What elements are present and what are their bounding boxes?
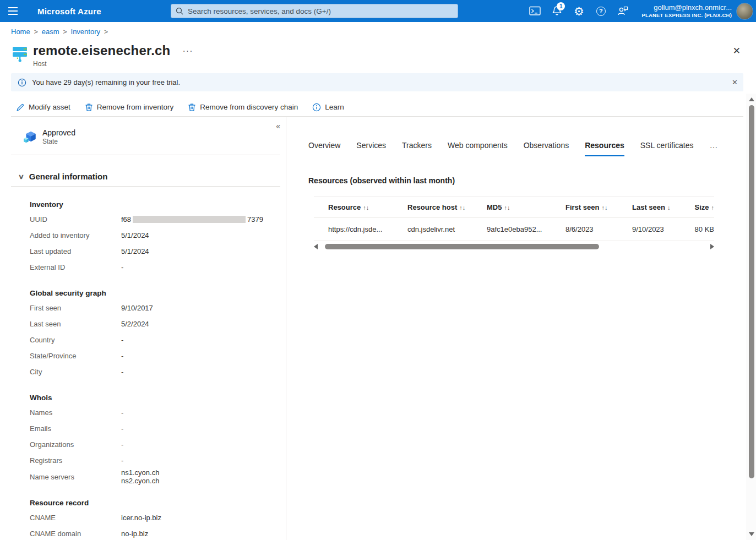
trash-icon <box>188 103 196 112</box>
scroll-down-icon[interactable] <box>749 532 754 536</box>
feedback-icon[interactable] <box>612 0 634 22</box>
asset-state: Approved State <box>23 128 286 145</box>
scroll-right-icon[interactable] <box>710 244 714 249</box>
host-asset-icon <box>11 44 30 63</box>
cname-row: CNAME icer.no-ip.biz <box>30 510 269 526</box>
trash-icon <box>85 103 93 112</box>
names-row: Names - <box>30 405 269 421</box>
modify-asset-button[interactable]: Modify asset <box>11 100 75 114</box>
tab-services[interactable]: Services <box>356 141 386 156</box>
tab-trackers[interactable]: Trackers <box>402 141 432 156</box>
external-id-row: External ID - <box>30 259 269 275</box>
scroll-left-icon[interactable] <box>314 244 318 249</box>
last-updated-row: Last updated 5/1/2024 <box>30 243 269 259</box>
column-header-first-seen[interactable]: First seen↑↓ <box>565 203 632 211</box>
resources-table: Resource↑↓ Resource host↑↓ MD5↑↓ First s… <box>314 197 714 241</box>
resource-record-group: Resource record CNAME icer.no-ip.biz CNA… <box>30 499 269 540</box>
hamburger-menu-icon[interactable] <box>0 0 25 22</box>
collapse-panel-icon[interactable]: « <box>276 122 280 130</box>
page-title: remote.eisenecher.ch <box>33 43 170 58</box>
cell-md5: 9afc1e0eba952... <box>487 225 565 233</box>
breadcrumb-easm[interactable]: easm <box>42 28 59 36</box>
scroll-up-icon[interactable] <box>749 97 754 101</box>
state-province-row: State/Province - <box>30 348 269 364</box>
title-more-button[interactable]: ··· <box>182 46 193 56</box>
global-search[interactable] <box>171 4 458 18</box>
account-info[interactable]: gollum@plnxch.onmicr... PLANET EXPRESS I… <box>641 3 732 19</box>
pencil-icon <box>16 103 25 112</box>
cell-size: 80 KB <box>683 225 714 233</box>
user-avatar[interactable] <box>736 3 753 20</box>
tab-resources[interactable]: Resources <box>585 141 624 156</box>
user-organization: PLANET EXPRESS INC. (PLNX.CH) <box>641 12 732 19</box>
command-bar: Modify asset Remove from inventory Remov… <box>11 98 743 117</box>
settings-gear-icon[interactable]: ⚙ <box>568 0 590 22</box>
name-servers-row: Name servers ns1.cyon.ch ns2.cyon.ch <box>30 468 269 485</box>
close-page-icon[interactable]: ✕ <box>733 45 741 57</box>
notification-badge: 1 <box>557 2 565 10</box>
sort-icon: ↑↓ <box>363 204 369 211</box>
info-icon <box>312 103 321 112</box>
divider <box>11 186 280 187</box>
user-email: gollum@plnxch.onmicr... <box>641 3 732 12</box>
last-seen-row: Last seen 5/2/2024 <box>30 316 269 332</box>
tabs-more-button[interactable]: … <box>710 140 719 156</box>
breadcrumb-inventory[interactable]: Inventory <box>71 28 100 36</box>
trial-banner: You have 29 day(s) remaining in your fre… <box>11 73 743 91</box>
learn-button[interactable]: Learn <box>307 100 349 114</box>
group-title: Global security graph <box>30 289 269 297</box>
search-icon <box>176 7 183 15</box>
chevron-down-icon: ∨ <box>18 173 24 181</box>
column-header-last-seen[interactable]: Last seen↓ <box>632 203 683 211</box>
remove-from-discovery-chain-button[interactable]: Remove from discovery chain <box>183 100 303 114</box>
table-header-row: Resource↑↓ Resource host↑↓ MD5↑↓ First s… <box>314 197 714 218</box>
column-header-md5[interactable]: MD5↑↓ <box>487 203 565 211</box>
table-row[interactable]: https://cdn.jsde... cdn.jsdelivr.net 9af… <box>314 218 714 241</box>
info-icon <box>18 78 26 87</box>
cell-last-seen: 9/10/2023 <box>632 225 683 233</box>
cell-first-seen: 8/6/2023 <box>565 225 632 233</box>
general-information-section[interactable]: ∨ General information <box>19 172 286 181</box>
tab-overview[interactable]: Overview <box>308 141 340 156</box>
cname-domain-row: CNAME domain no-ip.biz <box>30 526 269 540</box>
sort-icon: ↑ <box>711 204 715 211</box>
organizations-row: Organizations - <box>30 437 269 452</box>
top-bar: Microsoft Azure 1 <box>0 0 756 22</box>
azure-brand[interactable]: Microsoft Azure <box>37 7 101 16</box>
city-row: City - <box>30 364 269 380</box>
column-header-resource-host[interactable]: Resource host↑↓ <box>407 203 487 211</box>
asset-detail-panel: Overview Services Trackers Web component… <box>287 117 747 540</box>
trial-banner-text: You have 29 day(s) remaining in your fre… <box>32 78 180 86</box>
breadcrumb-separator: > <box>63 28 67 36</box>
horizontal-scroll-track[interactable] <box>321 244 707 249</box>
column-header-resource[interactable]: Resource↑↓ <box>314 203 407 211</box>
inventory-group: Inventory UUID f687379 Added to inventor… <box>30 200 269 275</box>
search-input[interactable] <box>188 7 453 15</box>
asset-kind-label: Host <box>33 60 170 68</box>
notifications-bell-icon[interactable]: 1 <box>546 0 568 22</box>
horizontal-scroll-thumb[interactable] <box>325 244 599 249</box>
country-row: Country - <box>30 332 269 348</box>
column-header-size[interactable]: Size↑ <box>683 203 714 211</box>
banner-close-icon[interactable]: ✕ <box>732 78 738 86</box>
cloud-shell-icon[interactable] <box>524 0 546 22</box>
breadcrumb-separator: > <box>34 28 38 36</box>
remove-from-inventory-button[interactable]: Remove from inventory <box>80 100 179 114</box>
vertical-scrollbar[interactable] <box>747 94 756 540</box>
azure-easm-asset-page: Microsoft Azure 1 <box>0 0 756 540</box>
page-header: remote.eisenecher.ch Host ··· <box>11 43 193 68</box>
help-icon[interactable]: ? <box>590 0 612 22</box>
tab-web-components[interactable]: Web components <box>448 141 508 156</box>
divider <box>11 155 280 155</box>
vertical-scroll-thumb[interactable] <box>749 105 754 478</box>
whois-group: Whois Names - Emails - Organizations - R… <box>30 394 269 485</box>
tab-ssl-certificates[interactable]: SSL certificates <box>640 141 694 156</box>
state-value: Approved <box>42 128 75 137</box>
group-title: Inventory <box>30 200 269 209</box>
registrars-row: Registrars - <box>30 452 269 468</box>
breadcrumb-home[interactable]: Home <box>11 28 30 36</box>
tab-observations[interactable]: Observations <box>524 141 569 156</box>
group-title: Resource record <box>30 499 269 507</box>
first-seen-row: First seen 9/10/2017 <box>30 300 269 316</box>
asset-summary-panel: « Approved State ∨ General information I <box>0 117 286 540</box>
